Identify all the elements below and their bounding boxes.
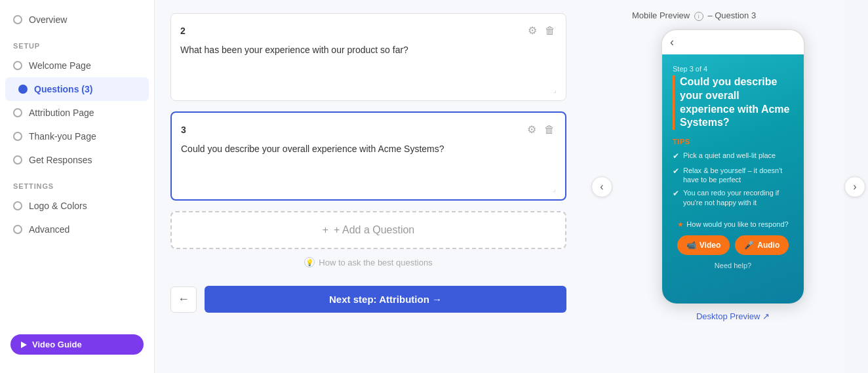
star-icon: ★ (677, 220, 684, 229)
question-delete-button-2[interactable]: 🗑 (543, 23, 557, 38)
sidebar-circle-welcome (13, 61, 22, 70)
preview-panel: Mobile Preview i – Question 3 ‹ Step 3 o… (621, 0, 844, 373)
sidebar-label-overview: Overview (29, 14, 67, 25)
step-indicator: Step 3 of 4 (673, 65, 793, 73)
desktop-preview-label: Desktop Preview ↗ (696, 311, 770, 321)
question-actions-3: ⚙ 🗑 (526, 122, 556, 137)
tip-item-1: ✔ Pick a quiet and well-lit place (673, 151, 793, 162)
audio-respond-button[interactable]: 🎤 Audio (735, 235, 789, 255)
need-help-text: Need help? (673, 262, 793, 269)
add-question-label: + Add a Question (334, 224, 414, 236)
sidebar-item-logo-colors[interactable]: Logo & Colors (0, 194, 154, 218)
video-respond-button[interactable]: 📹 Video (677, 235, 730, 255)
tips-label: Tips (673, 138, 793, 146)
sidebar-circle-logo (13, 201, 22, 210)
video-btn-label: Video (700, 241, 720, 250)
mobile-content: Step 3 of 4 Could you describe your over… (662, 54, 804, 304)
add-question-plus-icon: + (323, 224, 328, 236)
respond-label: ★ How would you like to respond? (673, 220, 793, 229)
sidebar-item-welcome[interactable]: Welcome Page (0, 54, 154, 77)
resize-handle-2: ⌟ (180, 87, 557, 94)
microphone-icon: 🎤 (744, 241, 754, 250)
sidebar-label-thankyou: Thank-you Page (29, 131, 96, 142)
settings-section-label: SETTINGS (0, 172, 154, 194)
question-number-3: 3 (181, 125, 186, 135)
next-step-button[interactable]: Next step: Attribution → (205, 286, 566, 313)
question-textarea-3[interactable]: Could you describe your overall experien… (181, 144, 556, 183)
sidebar-label-questions: Questions (3) (34, 84, 92, 94)
question-header-3: 3 ⚙ 🗑 (181, 122, 556, 137)
sidebar-label-get-responses: Get Responses (29, 155, 92, 165)
question-card-2: 2 ⚙ 🗑 What has been your experience with… (170, 13, 566, 101)
sidebar-item-attribution[interactable]: Attribution Page (0, 101, 154, 125)
video-guide-button[interactable]: Video Guide (10, 334, 144, 355)
question-header-2: 2 ⚙ 🗑 (180, 23, 557, 38)
back-button[interactable]: ← (170, 286, 197, 313)
sidebar-label-advanced: Advanced (29, 224, 69, 235)
question-number-2: 2 (180, 26, 186, 36)
sidebar-item-thankyou[interactable]: Thank-you Page (0, 125, 154, 148)
desktop-preview-link[interactable]: Desktop Preview ↗ (696, 311, 770, 321)
sidebar-circle-attribution (13, 108, 22, 117)
hint-link[interactable]: 💡 How to ask the best questions (170, 257, 566, 267)
left-nav-panel: ‹ (582, 0, 621, 373)
respond-buttons: 📹 Video 🎤 Audio (673, 235, 793, 255)
mobile-respond-section: ★ How would you like to respond? 📹 Video… (673, 220, 793, 269)
question-settings-button-3[interactable]: ⚙ (526, 122, 538, 137)
back-arrow-icon: ← (178, 292, 189, 306)
main-content: 2 ⚙ 🗑 What has been your experience with… (155, 0, 582, 373)
tip-check-3: ✔ (673, 189, 679, 199)
tip-check-2: ✔ (673, 167, 679, 177)
question-textarea-2[interactable]: What has been your experience with our p… (180, 45, 557, 84)
tip-check-1: ✔ (673, 151, 679, 162)
right-nav-panel: › (844, 0, 868, 373)
question-settings-button-2[interactable]: ⚙ (526, 23, 538, 38)
bottom-nav: ← Next step: Attribution → (170, 281, 566, 313)
video-camera-icon: 📹 (686, 241, 696, 250)
mobile-frame: ‹ Step 3 of 4 Could you describe your ov… (661, 29, 805, 305)
sidebar-circle-questions (18, 85, 28, 94)
question-card-3: 3 ⚙ 🗑 Could you describe your overall ex… (170, 111, 566, 201)
sidebar-circle-advanced (13, 225, 22, 234)
sidebar-item-overview[interactable]: Overview (0, 8, 154, 31)
resize-handle-3: ⌟ (181, 186, 556, 193)
sidebar-item-questions[interactable]: Questions (3) (5, 77, 149, 101)
mobile-back-icon[interactable]: ‹ (670, 35, 674, 49)
mobile-top-bar: ‹ (662, 30, 804, 54)
audio-btn-label: Audio (757, 241, 779, 250)
preview-header: Mobile Preview i – Question 3 (632, 10, 756, 21)
add-question-button[interactable]: + + Add a Question (170, 211, 566, 249)
tip-text-1: Pick a quiet and well-lit place (683, 151, 776, 160)
setup-section-label: SETUP (0, 31, 154, 54)
mobile-preview-label: Mobile Preview i – Question 3 (632, 10, 756, 21)
video-guide-label: Video Guide (32, 340, 82, 349)
sidebar-circle-get-responses (13, 155, 22, 165)
hint-label: How to ask the best questions (319, 258, 432, 267)
right-nav-arrow[interactable]: › (844, 176, 865, 197)
tip-text-3: You can redo your recording if you're no… (683, 188, 793, 207)
question-actions-2: ⚙ 🗑 (526, 23, 557, 38)
sidebar-item-get-responses[interactable]: Get Responses (0, 148, 154, 172)
next-step-label: Next step: Attribution → (329, 294, 442, 305)
tip-text-2: Relax & be yourself – it doesn't have to… (683, 166, 793, 185)
sidebar-label-attribution: Attribution Page (29, 108, 94, 118)
hint-icon: 💡 (304, 257, 315, 267)
sidebar: Overview SETUP Welcome Page Questions (3… (0, 0, 155, 373)
question-delete-button-3[interactable]: 🗑 (543, 122, 556, 137)
tip-item-2: ✔ Relax & be yourself – it doesn't have … (673, 166, 793, 185)
sidebar-label-logo: Logo & Colors (29, 201, 87, 211)
play-icon (21, 342, 27, 348)
mobile-question-title: Could you describe your overall experien… (673, 75, 793, 130)
sidebar-circle-thankyou (13, 132, 22, 141)
sidebar-label-welcome: Welcome Page (29, 60, 91, 71)
sidebar-item-advanced[interactable]: Advanced (0, 218, 154, 241)
sidebar-circle-overview (13, 15, 22, 24)
tip-item-3: ✔ You can redo your recording if you're … (673, 188, 793, 207)
left-nav-arrow[interactable]: ‹ (591, 176, 612, 197)
preview-info-icon: i (694, 12, 703, 21)
